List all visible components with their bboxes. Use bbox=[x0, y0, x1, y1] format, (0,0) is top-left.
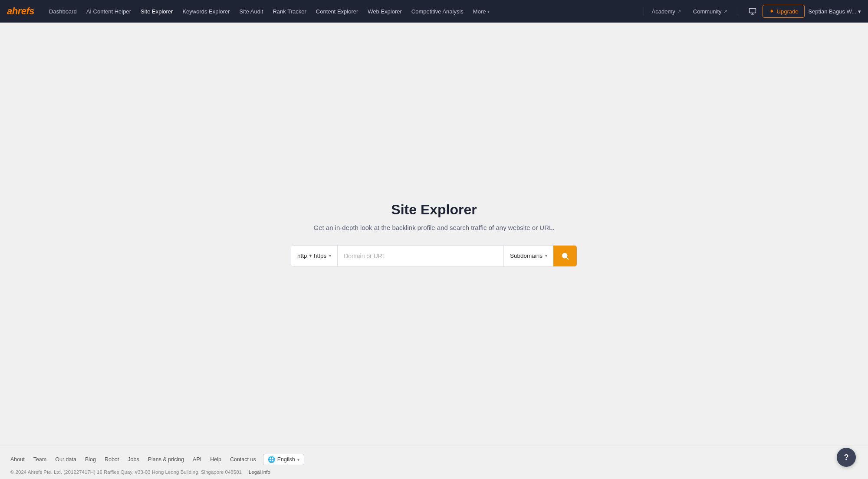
search-icon bbox=[561, 252, 569, 260]
user-menu[interactable]: Septian Bagus W... ▾ bbox=[808, 8, 861, 15]
nav-item-community[interactable]: Community ↗ bbox=[689, 6, 732, 17]
nav-divider bbox=[644, 7, 644, 16]
help-button[interactable]: ? bbox=[837, 448, 856, 467]
protocol-label: http + https bbox=[297, 253, 326, 259]
user-menu-chevron-icon: ▾ bbox=[858, 8, 861, 15]
main-content: Site Explorer Get an in-depth look at th… bbox=[0, 23, 868, 446]
external-link-icon: ↗ bbox=[677, 9, 681, 14]
navbar: ahrefs Dashboard AI Content Helper Site … bbox=[0, 0, 868, 23]
nav-divider-2 bbox=[739, 7, 739, 16]
footer-link-blog[interactable]: Blog bbox=[81, 456, 100, 463]
footer: About Team Our data Blog Robot Jobs Plan… bbox=[0, 446, 868, 479]
upgrade-plus-icon: ✦ bbox=[769, 7, 775, 15]
protocol-chevron-icon: ▾ bbox=[329, 253, 331, 258]
svg-rect-0 bbox=[749, 8, 756, 13]
page-title: Site Explorer bbox=[391, 202, 477, 218]
language-selector[interactable]: 🌐 English ▾ bbox=[263, 454, 304, 465]
footer-link-team[interactable]: Team bbox=[29, 456, 51, 463]
nav-item-academy[interactable]: Academy ↗ bbox=[648, 6, 685, 17]
search-input[interactable] bbox=[338, 253, 503, 259]
legal-info-link[interactable]: Legal info bbox=[249, 469, 270, 475]
footer-links: About Team Our data Blog Robot Jobs Plan… bbox=[10, 454, 858, 465]
copyright-text: © 2024 Ahrefs Pte. Ltd. (201227417H) 16 … bbox=[10, 469, 242, 475]
nav-item-rank-tracker[interactable]: Rank Tracker bbox=[268, 6, 310, 17]
external-link-icon: ↗ bbox=[723, 9, 727, 14]
nav-item-ai-content-helper[interactable]: AI Content Helper bbox=[82, 6, 135, 17]
nav-item-dashboard[interactable]: Dashboard bbox=[45, 6, 81, 17]
scope-selector[interactable]: Subdomains ▾ bbox=[503, 246, 553, 266]
protocol-selector[interactable]: http + https ▾ bbox=[291, 246, 338, 266]
page-subtitle: Get an in-depth look at the backlink pro… bbox=[313, 224, 554, 231]
nav-item-site-audit[interactable]: Site Audit bbox=[235, 6, 268, 17]
footer-link-help[interactable]: Help bbox=[206, 456, 226, 463]
footer-copyright: © 2024 Ahrefs Pte. Ltd. (201227417H) 16 … bbox=[10, 469, 858, 475]
logo[interactable]: ahrefs bbox=[7, 6, 34, 17]
more-chevron-icon: ▾ bbox=[487, 9, 490, 14]
language-label: English bbox=[277, 456, 295, 463]
footer-link-api[interactable]: API bbox=[188, 456, 206, 463]
nav-items: Dashboard AI Content Helper Site Explore… bbox=[45, 6, 640, 17]
footer-link-our-data[interactable]: Our data bbox=[51, 456, 81, 463]
nav-item-web-explorer[interactable]: Web Explorer bbox=[363, 6, 406, 17]
svg-line-4 bbox=[566, 257, 568, 259]
notifications-button[interactable] bbox=[746, 5, 759, 18]
help-icon: ? bbox=[844, 453, 849, 462]
nav-item-site-explorer[interactable]: Site Explorer bbox=[136, 6, 177, 17]
scope-label: Subdomains bbox=[510, 253, 542, 259]
nav-item-more[interactable]: More ▾ bbox=[469, 6, 494, 17]
footer-link-about[interactable]: About bbox=[10, 456, 29, 463]
footer-link-jobs[interactable]: Jobs bbox=[123, 456, 143, 463]
footer-link-contact-us[interactable]: Contact us bbox=[226, 456, 260, 463]
nav-right: Academy ↗ Community ↗ ✦ Upgrade Septian … bbox=[648, 5, 861, 18]
nav-item-keywords-explorer[interactable]: Keywords Explorer bbox=[178, 6, 234, 17]
language-chevron-icon: ▾ bbox=[297, 457, 299, 462]
scope-chevron-icon: ▾ bbox=[545, 253, 547, 258]
nav-item-content-explorer[interactable]: Content Explorer bbox=[312, 6, 363, 17]
nav-item-competitive-analysis[interactable]: Competitive Analysis bbox=[407, 6, 468, 17]
footer-link-plans-pricing[interactable]: Plans & pricing bbox=[144, 456, 188, 463]
globe-icon: 🌐 bbox=[268, 456, 275, 463]
footer-link-robot[interactable]: Robot bbox=[100, 456, 123, 463]
search-button[interactable] bbox=[553, 246, 577, 266]
search-container: http + https ▾ Subdomains ▾ bbox=[291, 245, 577, 267]
upgrade-button[interactable]: ✦ Upgrade bbox=[763, 5, 805, 18]
